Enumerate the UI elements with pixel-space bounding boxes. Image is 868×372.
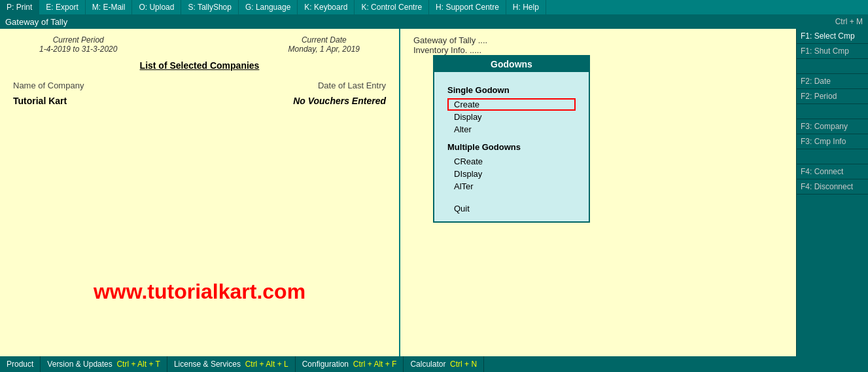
single-display-item[interactable]: Display xyxy=(447,111,576,123)
sidebar-date[interactable]: F2: Date xyxy=(797,74,868,89)
multiple-alter-item[interactable]: AlTer xyxy=(447,180,576,193)
company-last-entry: No Vouchers Entered xyxy=(293,96,386,106)
watermark: www.tutorialkart.com xyxy=(94,280,305,304)
company-row: Tutorial Kart No Vouchers Entered xyxy=(13,96,386,106)
bottom-calculator[interactable]: Calculator Ctrl + N xyxy=(404,356,484,372)
sidebar-spacer-3 xyxy=(797,149,868,164)
company-header: Name of Company Date of Last Entry xyxy=(13,81,386,90)
app-title: Gateway of Tally xyxy=(5,17,67,27)
sidebar-connect[interactable]: F4: Connect xyxy=(797,164,868,179)
sidebar-shut-cmp[interactable]: F1: Shut Cmp xyxy=(797,44,868,59)
list-title: List of Selected Companies xyxy=(13,60,386,71)
current-date-value: Monday, 1 Apr, 2019 xyxy=(288,45,360,54)
current-date-label: Current Date xyxy=(288,35,360,45)
bottom-configuration[interactable]: Configuration Ctrl + Alt + F xyxy=(296,356,404,372)
sidebar-company[interactable]: F3: Company xyxy=(797,119,868,134)
right-sidebar: F1: Select Cmp F1: Shut Cmp F2: Date F2:… xyxy=(796,29,868,356)
current-period-value: 1-4-2019 to 31-3-2020 xyxy=(39,45,117,54)
company-name: Tutorial Kart xyxy=(13,96,67,106)
multiple-display-item[interactable]: DIsplay xyxy=(447,168,576,180)
top-menu-bar: P: Print E: Export M: E-Mail O: Upload S… xyxy=(0,0,868,14)
single-godown-title: Single Godown xyxy=(447,85,576,95)
current-period-label: Current Period xyxy=(39,35,117,45)
godowns-body: Single Godown Create Display Alter Multi… xyxy=(434,72,589,221)
menu-help[interactable]: H: Help xyxy=(506,0,546,14)
gateway-link-2[interactable]: Inventory Info. ..... xyxy=(413,45,783,55)
ctrl-shortcut: Ctrl + M xyxy=(835,17,863,26)
sidebar-spacer-2 xyxy=(797,104,868,119)
menu-support[interactable]: H: Support Centre xyxy=(429,0,506,14)
bottom-version[interactable]: Version & Updates Ctrl + Alt + T xyxy=(41,356,167,372)
single-create-item[interactable]: Create xyxy=(447,98,576,111)
sidebar-spacer-1 xyxy=(797,59,868,74)
menu-keyboard[interactable]: K: Keyboard xyxy=(298,0,355,14)
sidebar-disconnect[interactable]: F4: Disconnect xyxy=(797,179,868,195)
period-section: Current Period 1-4-2019 to 31-3-2020 Cur… xyxy=(13,35,386,54)
menu-language[interactable]: G: Language xyxy=(239,0,298,14)
gateway-links: Gateway of Tally .... Inventory Info. ..… xyxy=(413,35,783,55)
sidebar-empty-space xyxy=(797,195,868,356)
current-date-block: Current Date Monday, 1 Apr, 2019 xyxy=(288,35,360,54)
menu-export[interactable]: E: Export xyxy=(39,0,85,14)
bottom-license[interactable]: License & Services Ctrl + Alt + L xyxy=(167,356,296,372)
sidebar-period[interactable]: F2: Period xyxy=(797,89,868,104)
company-name-header: Name of Company xyxy=(13,81,84,90)
right-panel: Gateway of Tally .... Inventory Info. ..… xyxy=(400,29,796,356)
current-period-block: Current Period 1-4-2019 to 31-3-2020 xyxy=(39,35,117,54)
company-date-header: Date of Last Entry xyxy=(318,81,386,90)
menu-tallyshop[interactable]: S: TallyShop xyxy=(181,0,239,14)
single-alter-item[interactable]: Alter xyxy=(447,123,576,136)
menu-upload[interactable]: O: Upload xyxy=(132,0,181,14)
multiple-godown-title: Multiple Godowns xyxy=(447,142,576,152)
title-bar: Gateway of Tally Ctrl + M xyxy=(0,14,868,29)
main-area: Current Period 1-4-2019 to 31-3-2020 Cur… xyxy=(0,29,868,356)
gateway-link-1[interactable]: Gateway of Tally .... xyxy=(413,35,783,45)
menu-control[interactable]: K: Control Centre xyxy=(355,0,429,14)
quit-item[interactable]: Quit xyxy=(447,202,576,215)
menu-print[interactable]: P: Print xyxy=(0,0,39,14)
godowns-dialog: Godowns Single Godown Create Display Alt… xyxy=(433,55,590,223)
sidebar-select-cmp[interactable]: F1: Select Cmp xyxy=(797,29,868,44)
sidebar-cmp-info[interactable]: F3: Cmp Info xyxy=(797,134,868,149)
multiple-create-item[interactable]: CReate xyxy=(447,155,576,168)
godowns-title: Godowns xyxy=(434,56,589,72)
left-panel: Current Period 1-4-2019 to 31-3-2020 Cur… xyxy=(0,29,400,356)
bottom-product[interactable]: Product xyxy=(0,356,41,372)
bottom-bar: Product Version & Updates Ctrl + Alt + T… xyxy=(0,356,868,372)
menu-email[interactable]: M: E-Mail xyxy=(86,0,133,14)
